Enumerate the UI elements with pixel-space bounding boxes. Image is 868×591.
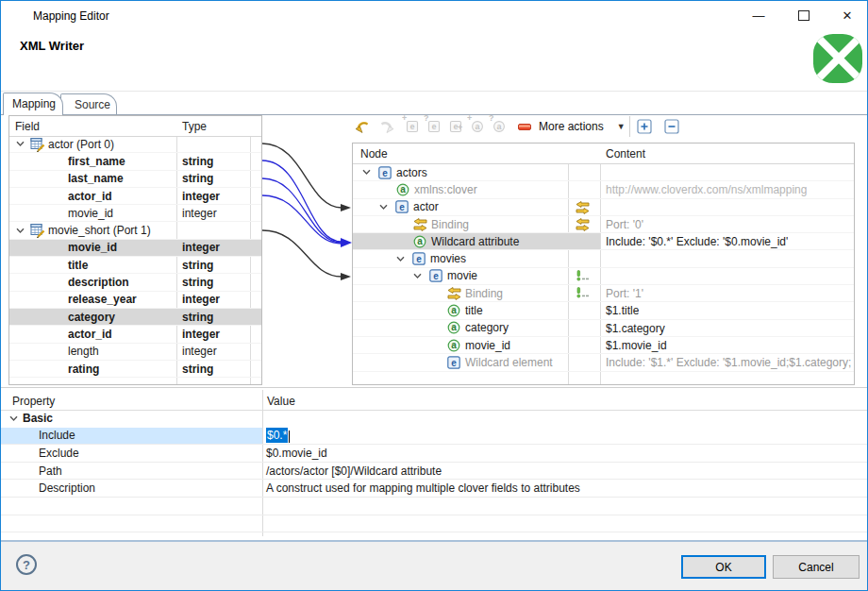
- tree-item-field[interactable]: first_name string: [9, 153, 261, 170]
- chevron-down-icon[interactable]: [412, 271, 423, 281]
- node-row-actor[interactable]: actor: [353, 199, 854, 216]
- element-icon: [412, 252, 426, 265]
- chevron-down-icon[interactable]: [361, 167, 372, 177]
- type-value: string: [182, 276, 213, 289]
- collapse-all-button[interactable]: [662, 117, 681, 136]
- window-title: Mapping Editor: [33, 9, 109, 23]
- maximize-icon: [798, 10, 810, 21]
- content-column-header[interactable]: Content: [606, 147, 645, 160]
- tree-item-field[interactable]: description string: [9, 274, 261, 291]
- help-button[interactable]: ?: [16, 554, 37, 575]
- type-value: integer: [182, 241, 220, 254]
- chevron-down-icon[interactable]: [15, 226, 25, 236]
- property-row-path[interactable]: Path /actors/actor [$0]/Wildcard attribu…: [1, 463, 867, 481]
- tree-item-label: first_name: [68, 155, 125, 168]
- mapping-connections: [262, 133, 353, 294]
- ok-button[interactable]: OK: [681, 555, 766, 579]
- title-bar[interactable]: Mapping Editor — ✕: [1, 1, 867, 30]
- tree-item-field[interactable]: actor_id integer: [9, 188, 261, 205]
- tree-item-field[interactable]: movie_id integer: [9, 205, 261, 222]
- chevron-down-icon[interactable]: [15, 139, 25, 149]
- node-row-xmlns[interactable]: xmlns:clover http://www.cloverdx.com/ns/…: [353, 181, 854, 198]
- property-row-description[interactable]: Description A construct used for mapping…: [1, 480, 867, 498]
- node-tree-header: Node Content: [353, 144, 854, 164]
- tree-item-label: movie_id: [68, 207, 113, 220]
- chevron-down-icon[interactable]: [395, 254, 406, 264]
- more-actions-button[interactable]: More actions ▼: [537, 117, 626, 136]
- tree-item-label: category: [68, 311, 115, 324]
- tree-item-actor-port0[interactable]: actor (Port 0): [9, 136, 261, 153]
- remove-button[interactable]: [515, 117, 534, 136]
- minimize-button[interactable]: —: [744, 3, 773, 27]
- tree-item-field[interactable]: last_name string: [9, 171, 261, 188]
- tree-item-field[interactable]: release_year integer: [9, 292, 261, 309]
- selected-text: $0.*: [266, 428, 288, 443]
- tree-item-field[interactable]: length integer: [9, 344, 261, 361]
- new-attribute-button[interactable]: +: [468, 117, 487, 136]
- element-icon: [429, 269, 442, 282]
- property-value[interactable]: /actors/actor [$0]/Wildcard attribute: [266, 464, 442, 478]
- property-value[interactable]: A construct used for mapping multiple cl…: [266, 481, 580, 495]
- new-wildcard-attribute-button[interactable]: ?: [490, 117, 509, 136]
- node-label: movie: [447, 269, 477, 282]
- property-value-editor[interactable]: $0.*: [266, 429, 290, 442]
- node-label: actors: [396, 166, 427, 179]
- tree-item-field-selected[interactable]: category string: [9, 309, 261, 326]
- node-label: Wildcard attribute: [431, 235, 519, 248]
- node-row-actors[interactable]: actors: [353, 164, 854, 181]
- page-title: XML Writer: [20, 39, 84, 53]
- chevron-down-icon[interactable]: [378, 202, 389, 212]
- node-row-wildcard-element[interactable]: Wildcard element Include: '$1.*' Exclude…: [353, 354, 854, 371]
- tree-item-label: movie_short (Port 1): [48, 224, 151, 237]
- tree-item-label: title: [68, 259, 88, 272]
- tab-source[interactable]: Source: [60, 93, 117, 114]
- insert-element-button[interactable]: +: [446, 117, 465, 136]
- cancel-button[interactable]: Cancel: [773, 555, 860, 579]
- node-content: Include: '$1.*' Exclude: '$1.movie_id;$1…: [606, 356, 851, 369]
- property-column-header: Property: [12, 395, 55, 408]
- tree-item-label: last_name: [68, 172, 124, 185]
- attribute-icon: [447, 321, 460, 334]
- element-icon: [395, 200, 409, 213]
- chevron-down-icon[interactable]: [8, 414, 19, 424]
- node-row-binding-port0[interactable]: Binding Port: '0': [353, 216, 854, 233]
- new-wildcard-element-button[interactable]: ?: [425, 117, 443, 136]
- property-group-basic[interactable]: Basic: [1, 410, 867, 428]
- property-row-empty: [1, 515, 867, 533]
- property-row-include[interactable]: Include $0.*: [1, 428, 867, 446]
- tree-item-field[interactable]: actor_id integer: [9, 326, 261, 343]
- node-row-binding-port1[interactable]: Binding Port: '1': [353, 285, 854, 302]
- node-tree-panel: Node Content actors xmlns:clover http://…: [352, 143, 855, 385]
- type-column-header[interactable]: Type: [182, 120, 207, 133]
- undo-button[interactable]: [354, 117, 373, 136]
- node-row-movies[interactable]: movies: [353, 251, 854, 268]
- node-row-wildcard-attribute[interactable]: Wildcard attribute Include: '$0.*' Exclu…: [353, 233, 854, 250]
- tree-item-field-selected[interactable]: movie_id integer: [9, 240, 261, 257]
- maximize-button[interactable]: [790, 3, 818, 27]
- type-value: integer: [182, 345, 217, 358]
- property-row-exclude[interactable]: Exclude $0.movie_id: [1, 445, 867, 463]
- node-row-category[interactable]: category $1.category: [353, 320, 854, 337]
- node-column-header[interactable]: Node: [360, 147, 388, 160]
- node-row-title[interactable]: title $1.title: [353, 302, 854, 319]
- tab-mapping[interactable]: Mapping: [3, 93, 63, 115]
- attribute-icon: [396, 183, 409, 196]
- node-row-movie[interactable]: movie: [353, 268, 854, 285]
- tree-item-movie-short-port1[interactable]: movie_short (Port 1): [9, 223, 261, 240]
- redo-button[interactable]: [376, 117, 395, 136]
- node-row-movie-id[interactable]: movie_id $1.movie_id: [353, 337, 854, 354]
- node-label: movie_id: [465, 339, 510, 352]
- property-value[interactable]: $0.movie_id: [266, 447, 327, 460]
- expand-all-button[interactable]: [635, 117, 654, 136]
- horizontal-sash[interactable]: [1, 387, 867, 388]
- new-element-button[interactable]: +: [403, 117, 422, 136]
- binding-icon: [576, 218, 590, 231]
- text-caret: [289, 431, 290, 443]
- tree-item-field[interactable]: title string: [9, 257, 261, 274]
- tree-item-label: release_year: [68, 293, 137, 306]
- tree-item-label: description: [68, 276, 129, 289]
- node-content: $1.category: [606, 322, 665, 335]
- tree-item-field[interactable]: rating string: [9, 361, 261, 378]
- close-button[interactable]: ✕: [833, 3, 861, 27]
- field-column-header[interactable]: Field: [15, 120, 40, 133]
